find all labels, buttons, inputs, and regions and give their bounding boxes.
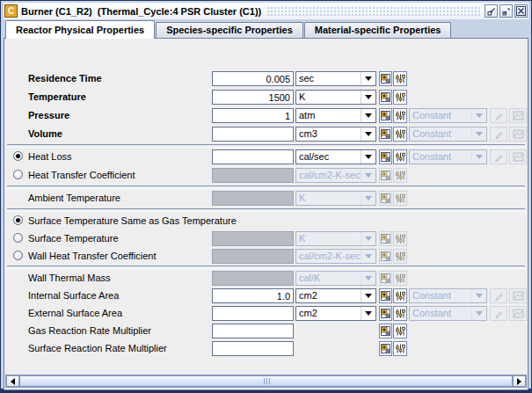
volume-unit-select-value: cm3 bbox=[296, 127, 361, 141]
form-row-heat-transfer-coefficient: Heat Transfer Coefficientcal/cm2-K-sec bbox=[4, 166, 528, 185]
external-surface-area-unit-select[interactable]: cm2 bbox=[295, 306, 376, 321]
heat-loss-add-value-button[interactable] bbox=[379, 149, 392, 164]
iconify-button[interactable] bbox=[485, 4, 498, 18]
plus-minus-icon bbox=[381, 111, 390, 120]
form-row-internal-surface-area: Internal Surface Areacm2Constant bbox=[4, 287, 528, 304]
sliders-icon bbox=[396, 74, 405, 84]
sliders-icon bbox=[396, 111, 405, 120]
sliders-icon bbox=[396, 326, 405, 336]
heat-loss-input[interactable] bbox=[212, 149, 294, 164]
surface-temperature-unit-select: K bbox=[295, 231, 376, 246]
form-row-residence-time: Residence Timesec bbox=[4, 69, 528, 88]
surface-temperature-add-value-button bbox=[379, 231, 392, 246]
plus-minus-icon bbox=[381, 344, 390, 353]
plus-minus-icon bbox=[381, 309, 390, 318]
close-button[interactable] bbox=[514, 4, 528, 18]
wall-heat-transfer-coefficient-unit-select-value: cal/cm2-K-sec bbox=[296, 250, 361, 263]
dropdown-arrow-icon bbox=[365, 76, 372, 81]
pressure-unit-select[interactable]: atm bbox=[295, 108, 376, 123]
volume-profile-button[interactable] bbox=[393, 127, 407, 142]
volume-add-value-button[interactable] bbox=[379, 127, 392, 142]
tab-content: Residence TimesecTemperatureKPressureatm… bbox=[4, 38, 528, 390]
volume-input[interactable] bbox=[212, 127, 294, 142]
residence-time-unit-select-value: sec bbox=[296, 72, 361, 85]
residence-time-unit-select[interactable]: sec bbox=[295, 71, 376, 86]
external-surface-area-profile-button[interactable] bbox=[393, 306, 407, 321]
tab-reactor-physical-properties[interactable]: Reactor Physical Properties bbox=[5, 20, 155, 39]
surface-reaction-rate-multiplier-input[interactable] bbox=[212, 341, 294, 356]
scroll-left-button[interactable] bbox=[6, 375, 19, 387]
internal-surface-area-profile-button[interactable] bbox=[393, 288, 407, 303]
ambient-temperature-label: Ambient Temperature bbox=[28, 189, 120, 207]
surface-temperature-input bbox=[212, 231, 294, 246]
dropdown-arrow-icon bbox=[365, 311, 372, 316]
sliders-icon bbox=[396, 234, 405, 244]
horizontal-scrollbar[interactable] bbox=[5, 375, 527, 388]
tab-species-specific-properties[interactable]: Species-specific Properties bbox=[156, 22, 303, 38]
dropdown-arrow-icon bbox=[476, 294, 483, 298]
titlebar-texture bbox=[266, 6, 480, 18]
internal-surface-area-label: Internal Surface Area bbox=[28, 287, 119, 304]
temperature-unit-select[interactable]: K bbox=[295, 90, 376, 105]
external-surface-area-add-value-button[interactable] bbox=[379, 306, 392, 321]
plus-minus-icon bbox=[381, 193, 390, 203]
surface-temperature-radio[interactable] bbox=[13, 233, 23, 243]
scroll-right-button[interactable] bbox=[513, 375, 526, 387]
dropdown-arrow-icon bbox=[365, 294, 372, 298]
residence-time-input[interactable] bbox=[212, 71, 294, 86]
surface-reaction-rate-multiplier-add-value-button[interactable] bbox=[379, 341, 392, 356]
form-row-pressure: PressureatmConstant bbox=[4, 106, 528, 125]
wall-heat-transfer-coefficient-radio[interactable] bbox=[13, 251, 23, 260]
internal-frame: C Burner (C1_R2) (Thermal_Cycle:4 PSR Cl… bbox=[0, 0, 532, 393]
gas-reaction-rate-multiplier-profile-button[interactable] bbox=[393, 324, 407, 338]
heat-transfer-coefficient-radio[interactable] bbox=[13, 170, 23, 179]
surface-temperature-same-as-gas-temperature-radio[interactable] bbox=[13, 215, 23, 225]
titlebar: C Burner (C1_R2) (Thermal_Cycle:4 PSR Cl… bbox=[4, 3, 528, 19]
temperature-profile-button[interactable] bbox=[393, 90, 407, 105]
ambient-temperature-unit-select: K bbox=[295, 191, 376, 206]
heat-loss-edit-button bbox=[490, 149, 507, 164]
gas-reaction-rate-multiplier-add-value-button[interactable] bbox=[379, 324, 392, 338]
pressure-input[interactable] bbox=[212, 108, 294, 123]
ambient-temperature-input bbox=[212, 191, 294, 206]
pencil-icon bbox=[493, 129, 504, 140]
dropdown-arrow-icon bbox=[365, 113, 372, 118]
gas-reaction-rate-multiplier-input[interactable] bbox=[212, 324, 294, 338]
temperature-add-value-button[interactable] bbox=[379, 90, 392, 105]
sliders-icon bbox=[396, 152, 405, 162]
form-row-surface-temperature-same-as-gas-temperature: Surface Temperature Same as Gas Temperat… bbox=[4, 212, 528, 229]
residence-time-add-value-button[interactable] bbox=[379, 71, 392, 86]
iconify-icon bbox=[487, 7, 496, 16]
pencil-icon bbox=[493, 309, 504, 319]
surface-temperature-same-as-gas-temperature-label: Surface Temperature Same as Gas Temperat… bbox=[28, 212, 237, 229]
wall-thermal-mass-unit-select-value: cal/K bbox=[296, 272, 361, 285]
chart-icon bbox=[513, 129, 524, 139]
pressure-add-value-button[interactable] bbox=[379, 108, 392, 123]
surface-reaction-rate-multiplier-profile-button[interactable] bbox=[393, 341, 407, 356]
maximize-button[interactable] bbox=[499, 4, 513, 18]
scrollbar-thumb[interactable] bbox=[19, 375, 513, 387]
external-surface-area-plot-button bbox=[509, 306, 527, 321]
tab-bar: Reactor Physical Properties Species-spec… bbox=[4, 19, 528, 38]
tab-material-specific-properties[interactable]: Material-specific Properties bbox=[304, 22, 452, 38]
plus-minus-icon bbox=[381, 251, 390, 261]
residence-time-profile-button[interactable] bbox=[393, 71, 407, 86]
volume-plot-button bbox=[509, 127, 527, 142]
pressure-constant-select-value: Constant bbox=[410, 109, 471, 122]
dropdown-arrow-icon bbox=[476, 113, 483, 118]
volume-unit-select[interactable]: cm3 bbox=[295, 127, 376, 142]
heat-loss-plot-button bbox=[509, 149, 527, 164]
heat-loss-unit-select[interactable]: cal/sec bbox=[295, 149, 376, 164]
internal-surface-area-unit-select[interactable]: cm2 bbox=[295, 288, 376, 303]
ambient-temperature-add-value-button bbox=[379, 191, 392, 206]
heat-loss-radio[interactable] bbox=[13, 151, 23, 161]
temperature-input[interactable] bbox=[212, 90, 294, 105]
pressure-profile-button[interactable] bbox=[393, 108, 407, 123]
heat-loss-profile-button[interactable] bbox=[393, 149, 407, 164]
internal-surface-area-add-value-button[interactable] bbox=[379, 288, 392, 303]
heat-transfer-coefficient-unit-select-value: cal/cm2-K-sec bbox=[296, 169, 361, 182]
chart-icon bbox=[513, 152, 524, 162]
sliders-icon bbox=[396, 171, 405, 180]
external-surface-area-input[interactable] bbox=[212, 306, 294, 321]
internal-surface-area-input[interactable] bbox=[212, 288, 294, 303]
